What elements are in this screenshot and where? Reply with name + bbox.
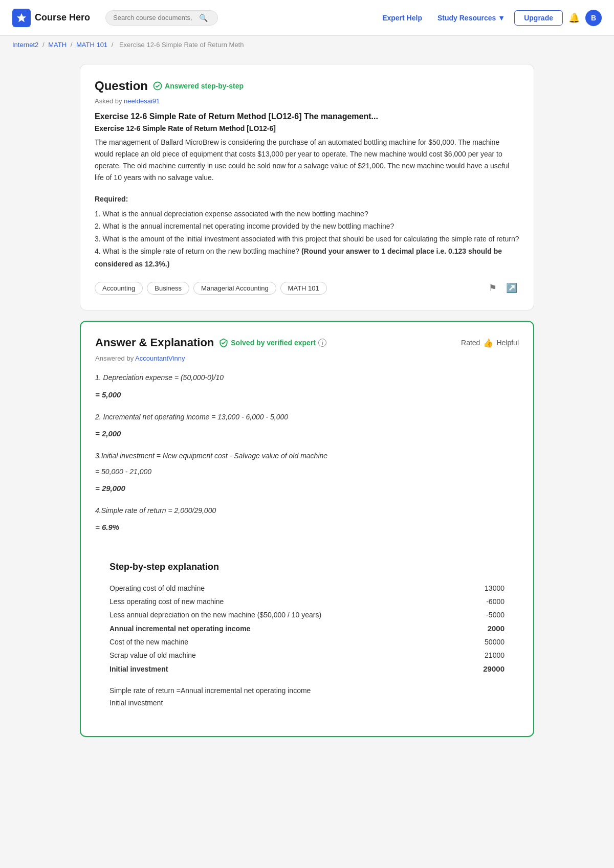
breadcrumb-math[interactable]: MATH: [48, 41, 67, 49]
table-row-bold: Annual incremental net operating income …: [109, 621, 505, 635]
row-label-4: Annual incremental net operating income: [109, 621, 441, 635]
answer-title-group: Answer & Explanation Solved by verified …: [95, 336, 326, 349]
row-label-2: Less operating cost of new machine: [109, 595, 441, 608]
answer-line-1: 1. Depreciation expense = (50,000-0)/10: [95, 371, 519, 384]
exercise-title: Exercise 12-6 Simple Rate of Return Meth…: [95, 112, 519, 121]
expert-help-link[interactable]: Expert Help: [376, 11, 428, 25]
requirement-3: 3. What is the amount of the initial inv…: [95, 233, 519, 246]
table-row: Operating cost of old machine 13000: [109, 582, 505, 595]
exercise-body: The management of Ballard MicroBrew is c…: [95, 137, 519, 184]
answered-badge: Answered step-by-step: [153, 81, 244, 91]
question-header: Question Answered step-by-step: [95, 79, 519, 93]
breadcrumb-sep1: /: [42, 41, 46, 49]
question-title: Question: [95, 79, 148, 93]
row-value-7: 29000: [441, 662, 505, 676]
row-label-5: Cost of the new machine: [109, 635, 441, 649]
answer-line-2: 2. Incremental net operating income = 13…: [95, 411, 519, 424]
search-input[interactable]: [113, 14, 195, 21]
answer-title: Answer & Explanation: [95, 336, 214, 349]
helpful-label: Helpful: [496, 339, 519, 347]
asked-by: Asked by neeldesai91: [95, 97, 519, 105]
breadcrumb-current: Exercise 12-6 Simple Rate of Return Meth: [119, 41, 244, 49]
tag-business[interactable]: Business: [147, 282, 189, 295]
answer-result-1: = 5,000: [95, 388, 519, 402]
asked-by-label: Asked by: [95, 97, 122, 105]
rated-group: Rated 👍 Helpful: [461, 338, 519, 348]
row-value-6: 21000: [441, 649, 505, 662]
thumbs-up-icon: 👍: [483, 338, 493, 348]
answer-card: Answer & Explanation Solved by verified …: [80, 321, 534, 737]
requirement-4: 4. What is the simple rate of return on …: [95, 245, 519, 270]
row-label-3: Less annual depreciation on the new mach…: [109, 608, 441, 621]
answered-by: Answered by AccountantVinny: [95, 354, 519, 362]
answer-line-5: 4.Simple rate of return = 2,000/29,000: [95, 504, 519, 517]
rated-label: Rated: [461, 339, 480, 347]
user-avatar[interactable]: B: [585, 10, 602, 26]
answer-line-3: 3.Initial investment = New equipment cos…: [95, 450, 519, 462]
notifications-icon[interactable]: 🔔: [566, 10, 582, 26]
required-label: Required:: [95, 193, 519, 206]
row-value-4: 2000: [441, 621, 505, 635]
asked-by-user[interactable]: neeldesai91: [124, 97, 160, 105]
formula-row: Simple rate of return =Annual incrementa…: [109, 685, 505, 709]
logo-text: Course Hero: [35, 12, 90, 23]
search-bar[interactable]: 🔍: [105, 10, 218, 26]
breadcrumb: Internet2 / MATH / MATH 101 / Exercise 1…: [0, 36, 614, 54]
required-section: Required: 1. What is the annual deprecia…: [95, 193, 519, 270]
row-label-7: Initial investment: [109, 662, 441, 676]
formula-line-1: Simple rate of return =Annual incrementa…: [109, 685, 505, 697]
tags-row: Accounting Business Managerial Accountin…: [95, 280, 519, 296]
row-value-1: 13000: [441, 582, 505, 595]
header: Course Hero 🔍 Expert Help Study Resource…: [0, 0, 614, 36]
requirement-2: 2. What is the annual incremental net op…: [95, 220, 519, 233]
solved-label: Solved by verified expert: [231, 339, 316, 347]
tag-managerial[interactable]: Managerial Accounting: [193, 282, 276, 295]
answered-label: Answered step-by-step: [165, 82, 244, 90]
answered-by-user[interactable]: AccountantVinny: [135, 354, 185, 362]
table-row: Cost of the new machine 50000: [109, 635, 505, 649]
breadcrumb-sep2: /: [71, 41, 74, 49]
breadcrumb-math101[interactable]: MATH 101: [76, 41, 107, 49]
row-value-3: -5000: [441, 608, 505, 621]
answer-result-3: = 29,000: [95, 481, 519, 495]
answer-header: Answer & Explanation Solved by verified …: [95, 336, 519, 349]
step-section: Step-by-step explanation Operating cost …: [95, 549, 519, 722]
question-card: Question Answered step-by-step Asked by …: [80, 64, 534, 310]
table-row: Less annual depreciation on the new mach…: [109, 608, 505, 621]
answer-line-4: = 50,000 - 21,000: [95, 465, 519, 478]
formula-line-2: Initial investment: [109, 697, 505, 709]
answer-result-4: = 6.9%: [95, 520, 519, 534]
tag-accounting[interactable]: Accounting: [95, 282, 143, 295]
row-value-5: 50000: [441, 635, 505, 649]
breadcrumb-internet2[interactable]: Internet2: [12, 41, 38, 49]
row-label-6: Scrap value of old machine: [109, 649, 441, 662]
logo-icon: [12, 9, 31, 27]
tag-actions: ⚑ ↗️: [487, 280, 519, 296]
upgrade-button[interactable]: Upgrade: [514, 10, 563, 26]
answered-by-label: Answered by: [95, 354, 134, 362]
table-row: Less operating cost of new machine -6000: [109, 595, 505, 608]
svg-marker-0: [17, 13, 26, 21]
step-title: Step-by-step explanation: [109, 562, 505, 572]
requirement-1: 1. What is the annual depreciation expen…: [95, 208, 519, 220]
logo[interactable]: Course Hero: [12, 9, 90, 27]
row-label-1: Operating cost of old machine: [109, 582, 441, 595]
solved-badge: Solved by verified expert i: [219, 338, 326, 347]
info-icon[interactable]: i: [318, 339, 326, 347]
answer-result-2: = 2,000: [95, 427, 519, 440]
step-table: Operating cost of old machine 13000 Less…: [109, 582, 505, 676]
breadcrumb-sep3: /: [112, 41, 115, 49]
flag-button[interactable]: ⚑: [487, 280, 499, 296]
share-button[interactable]: ↗️: [504, 280, 519, 296]
study-resources-label: Study Resources: [437, 14, 496, 22]
exercise-subtitle: Exercise 12-6 Simple Rate of Return Meth…: [95, 124, 519, 132]
table-row-bold: Initial investment 29000: [109, 662, 505, 676]
table-row: Scrap value of old machine 21000: [109, 649, 505, 662]
tag-math101[interactable]: MATH 101: [280, 282, 327, 295]
answer-body: 1. Depreciation expense = (50,000-0)/10 …: [95, 371, 519, 534]
search-icon: 🔍: [199, 14, 208, 22]
main-content: Question Answered step-by-step Asked by …: [72, 54, 542, 758]
study-resources-link[interactable]: Study Resources ▼: [431, 11, 511, 25]
row-value-2: -6000: [441, 595, 505, 608]
chevron-down-icon: ▼: [498, 14, 505, 22]
